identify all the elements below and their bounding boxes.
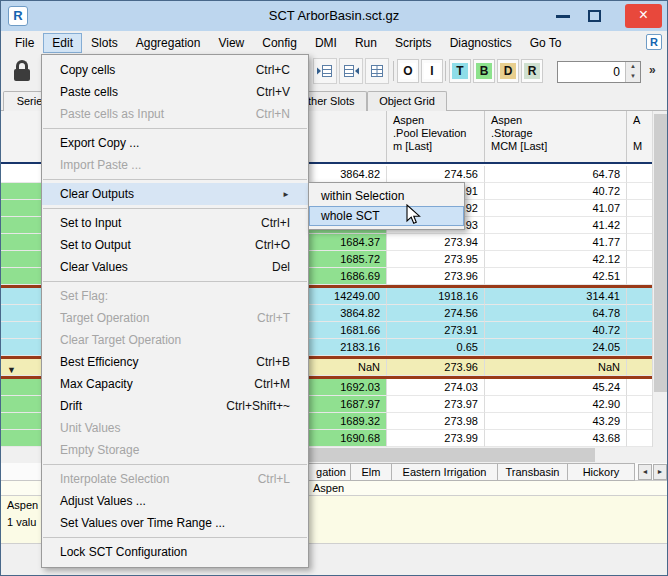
cell[interactable] bbox=[626, 430, 652, 447]
menu-item-target-operation[interactable]: Target OperationCtrl+T bbox=[42, 307, 308, 329]
cell[interactable] bbox=[626, 288, 652, 305]
cell[interactable]: 24.05 bbox=[484, 339, 626, 356]
menu-dmi[interactable]: DMI bbox=[306, 33, 346, 53]
menu-item-clear-target-operation[interactable]: Clear Target Operation bbox=[42, 329, 308, 351]
cell[interactable]: 42.51 bbox=[484, 268, 626, 285]
submenu-item-whole-sct[interactable]: whole SCT bbox=[309, 206, 464, 226]
flag-button-drift[interactable]: D bbox=[497, 59, 519, 83]
menu-scripts[interactable]: Scripts bbox=[386, 33, 441, 53]
cell[interactable] bbox=[626, 379, 652, 396]
menu-item-adjust-values[interactable]: Adjust Values ... bbox=[42, 490, 308, 512]
toolbar-grid-button[interactable] bbox=[365, 58, 389, 84]
object-tab-hickory[interactable]: Hickory bbox=[567, 463, 635, 481]
maximize-button[interactable] bbox=[588, 10, 601, 22]
menu-edit[interactable]: Edit bbox=[43, 33, 82, 53]
close-button[interactable]: × bbox=[625, 4, 662, 28]
cell[interactable]: 273.91 bbox=[386, 322, 484, 339]
lock-icon[interactable] bbox=[12, 60, 34, 84]
cell[interactable]: 273.96 bbox=[386, 359, 484, 376]
cell[interactable]: 1918.16 bbox=[386, 288, 484, 305]
cell[interactable] bbox=[626, 339, 652, 356]
cell[interactable]: 41.07 bbox=[484, 200, 626, 217]
cell[interactable]: 274.03 bbox=[386, 379, 484, 396]
cell[interactable]: 273.98 bbox=[386, 413, 484, 430]
menu-slots[interactable]: Slots bbox=[82, 33, 127, 53]
object-tab-transbasin[interactable]: Transbasin bbox=[497, 463, 568, 481]
flag-button-rules[interactable]: R bbox=[521, 59, 543, 83]
menu-item-empty-storage[interactable]: Empty Storage bbox=[42, 439, 308, 461]
menu-view[interactable]: View bbox=[209, 33, 253, 53]
menu-item-drift[interactable]: DriftCtrl+Shift+~ bbox=[42, 395, 308, 417]
cell[interactable]: NaN bbox=[484, 359, 626, 376]
cell[interactable]: 273.94 bbox=[386, 234, 484, 251]
cell[interactable] bbox=[626, 217, 652, 234]
cell[interactable]: 41.77 bbox=[484, 234, 626, 251]
object-tab-elm[interactable]: Elm bbox=[350, 463, 392, 481]
cell[interactable]: 273.95 bbox=[386, 251, 484, 268]
menu-item-set-to-output[interactable]: Set to OutputCtrl+O bbox=[42, 234, 308, 256]
riverware-icon[interactable]: R bbox=[646, 34, 662, 50]
object-tab-eastern-irrigation[interactable]: Eastern Irrigation bbox=[391, 463, 498, 481]
menu-item-best-efficiency[interactable]: Best EfficiencyCtrl+B bbox=[42, 351, 308, 373]
menu-item-export-copy[interactable]: Export Copy ... bbox=[42, 132, 308, 154]
cell[interactable]: 273.97 bbox=[386, 396, 484, 413]
column-header-clipped[interactable]: A M bbox=[626, 111, 652, 162]
spin-down-button[interactable]: ▼ bbox=[626, 72, 640, 82]
toolbar-grid-left-button[interactable] bbox=[313, 58, 337, 84]
cell[interactable]: 42.90 bbox=[484, 396, 626, 413]
menu-item-set-flag[interactable]: Set Flag: bbox=[42, 285, 308, 307]
menu-config[interactable]: Config bbox=[253, 33, 306, 53]
menu-item-copy-cells[interactable]: Copy cellsCtrl+C bbox=[42, 59, 308, 81]
menu-item-paste-cells-as-input[interactable]: Paste cells as InputCtrl+N bbox=[42, 103, 308, 125]
spin-up-button[interactable]: ▲ bbox=[626, 62, 640, 72]
submenu-item-within-selection[interactable]: within Selection bbox=[309, 186, 464, 206]
vertical-scrollbar-thumb[interactable] bbox=[654, 114, 668, 392]
cell[interactable] bbox=[626, 396, 652, 413]
flag-button-best-efficiency[interactable]: B bbox=[473, 59, 495, 83]
minimize-button[interactable] bbox=[556, 15, 570, 18]
cell[interactable]: 43.29 bbox=[484, 413, 626, 430]
vertical-scrollbar[interactable] bbox=[652, 111, 668, 447]
menu-file[interactable]: File bbox=[6, 33, 43, 53]
cell[interactable] bbox=[626, 234, 652, 251]
cell[interactable] bbox=[626, 322, 652, 339]
flag-button-output[interactable]: O bbox=[397, 59, 419, 83]
cell[interactable]: 42.12 bbox=[484, 251, 626, 268]
cell[interactable] bbox=[626, 413, 652, 430]
cell[interactable]: 40.72 bbox=[484, 322, 626, 339]
cell[interactable] bbox=[626, 166, 652, 183]
cell[interactable]: 273.99 bbox=[386, 430, 484, 447]
menu-item-unit-values[interactable]: Unit Values bbox=[42, 417, 308, 439]
cell[interactable] bbox=[626, 183, 652, 200]
tab-scroll-left-button[interactable]: ◄ bbox=[638, 464, 652, 480]
cell[interactable] bbox=[626, 305, 652, 322]
cell[interactable]: 273.96 bbox=[386, 268, 484, 285]
toolbar-grid-right-button[interactable] bbox=[339, 58, 363, 84]
cell[interactable]: 43.68 bbox=[484, 430, 626, 447]
menu-item-lock-sct-configuration[interactable]: Lock SCT Configuration bbox=[42, 541, 308, 563]
cell[interactable]: 64.78 bbox=[484, 166, 626, 183]
menu-item-set-values-over-time-range[interactable]: Set Values over Time Range ... bbox=[42, 512, 308, 534]
cell[interactable]: 64.78 bbox=[484, 305, 626, 322]
menu-item-set-to-input[interactable]: Set to InputCtrl+I bbox=[42, 212, 308, 234]
toolbar-overflow-button[interactable]: » bbox=[649, 63, 656, 77]
flag-button-target[interactable]: T bbox=[449, 59, 471, 83]
cell[interactable]: 274.56 bbox=[386, 166, 484, 183]
title-bar[interactable]: R SCT ArborBasin.sct.gz × bbox=[1, 1, 667, 31]
menu-diagnostics[interactable]: Diagnostics bbox=[441, 33, 521, 53]
cell[interactable] bbox=[626, 268, 652, 285]
column-header-pool-elevation[interactable]: Aspen .Pool Elevation m [Last] bbox=[386, 111, 484, 162]
cell[interactable]: 274.56 bbox=[386, 305, 484, 322]
menu-goto[interactable]: Go To bbox=[521, 33, 571, 53]
cell[interactable]: 45.24 bbox=[484, 379, 626, 396]
cell[interactable] bbox=[626, 251, 652, 268]
menu-item-import-paste[interactable]: Import Paste ... bbox=[42, 154, 308, 176]
cell[interactable] bbox=[626, 200, 652, 217]
menu-item-clear-values[interactable]: Clear ValuesDel bbox=[42, 256, 308, 278]
cell[interactable]: 0.65 bbox=[386, 339, 484, 356]
menu-aggregation[interactable]: Aggregation bbox=[127, 33, 210, 53]
menu-item-interpolate-selection[interactable]: Interpolate SelectionCtrl+L bbox=[42, 468, 308, 490]
menu-item-clear-outputs[interactable]: Clear Outputs► bbox=[42, 183, 308, 205]
menu-run[interactable]: Run bbox=[346, 33, 386, 53]
tab-object-grid[interactable]: Object Grid bbox=[367, 91, 447, 111]
